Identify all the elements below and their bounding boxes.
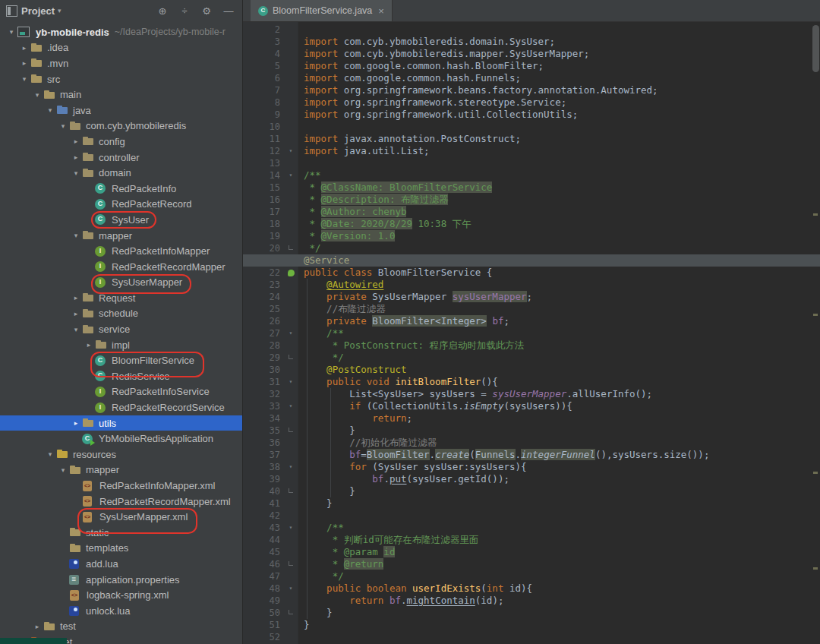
tree-item-content: SysUserMapper.xml <box>82 511 190 523</box>
locate-icon[interactable]: ⊕ <box>153 5 172 17</box>
tree-item-redpacketinfomapper[interactable]: RedPacketInfoMapper <box>0 243 242 259</box>
expand-arrow-icon[interactable]: ▸ <box>70 294 82 301</box>
tree-item-ybmobileredisapplication[interactable]: YbMobileRedisApplication <box>0 431 242 447</box>
tree-item-test[interactable]: ▸test <box>0 619 242 635</box>
tree-item-label: schedule <box>99 308 138 319</box>
tree-item-mapper[interactable]: ▾mapper <box>0 462 242 478</box>
tree-item-com.cyb.ybmobileredis[interactable]: ▾com.cyb.ybmobileredis <box>0 118 242 134</box>
gutter-cell: 24 <box>243 291 298 303</box>
tree-item-redpacketinfoservice[interactable]: RedPacketInfoService <box>0 384 242 400</box>
tree-item-unlock.lua[interactable]: unlock.lua <box>0 603 242 619</box>
expand-arrow-icon[interactable]: ▸ <box>31 623 43 630</box>
tree-item-impl[interactable]: ▸impl <box>0 337 242 353</box>
collapse-arrow-icon[interactable]: ▾ <box>44 106 56 114</box>
code-token <box>304 582 326 594</box>
tree-item-redisservice[interactable]: RedisService <box>0 368 242 384</box>
tree-item-request[interactable]: ▸Request <box>0 290 242 306</box>
expand-arrow-icon[interactable]: ▸ <box>70 310 82 317</box>
code-token <box>304 412 372 424</box>
tree-item-static[interactable]: static <box>0 525 242 541</box>
collapse-arrow-icon[interactable]: ▾ <box>70 169 82 177</box>
tree-item-src[interactable]: ▾src <box>0 71 242 87</box>
fold-end-icon[interactable] <box>284 610 298 617</box>
tree-item-utils[interactable]: ▸utils <box>0 415 242 431</box>
tree-item-domain[interactable]: ▾domain <box>0 165 242 181</box>
fold-collapse-icon[interactable] <box>284 145 298 157</box>
chevron-down-icon[interactable]: ▾ <box>58 7 62 14</box>
line-number: 10 <box>243 121 284 133</box>
line-number: 19 <box>243 230 284 242</box>
close-icon[interactable]: × <box>378 5 384 17</box>
tree-item-.idea[interactable]: ▸.idea <box>0 40 242 56</box>
tree-item-redpacketrecordservice[interactable]: RedPacketRecordService <box>0 399 242 415</box>
code-editor[interactable]: 23import com.cyb.ybmobileredis.domain.Sy… <box>243 22 820 644</box>
spring-bean-icon[interactable] <box>284 270 298 276</box>
code-token: integerFunnel <box>521 449 595 460</box>
folder-res-icon <box>56 448 68 460</box>
expand-arrow-icon[interactable]: ▸ <box>70 137 82 145</box>
tree-item-add.lua[interactable]: add.lua <box>0 556 242 572</box>
hide-panel-icon[interactable]: — <box>219 5 238 17</box>
fold-end-icon[interactable] <box>284 245 298 252</box>
tree-item-redpacketrecordmapper.xml[interactable]: RedPacketRecordMapper.xml <box>0 494 242 510</box>
expand-arrow-icon[interactable]: ▸ <box>18 44 30 52</box>
tree-item-redpacketinfomapper.xml[interactable]: RedPacketInfoMapper.xml <box>0 478 242 494</box>
scrollbar-thumb[interactable] <box>812 25 819 72</box>
tree-item-yb-mobile-redis[interactable]: ▾yb-mobile-redis~/IdeaProjects/yb-mobile… <box>0 24 242 40</box>
tree-item-java[interactable]: ▾java <box>0 103 242 118</box>
expand-arrow-icon[interactable]: ▸ <box>18 59 30 67</box>
collapse-arrow-icon[interactable]: ▾ <box>57 122 69 130</box>
tree-item-mapper[interactable]: ▾mapper <box>0 228 242 244</box>
collapse-all-icon[interactable]: ÷ <box>175 5 194 17</box>
fold-collapse-icon[interactable] <box>284 522 298 534</box>
fold-end-icon[interactable] <box>284 355 298 361</box>
fold-collapse-icon[interactable] <box>284 327 298 339</box>
fold-end-icon[interactable] <box>284 428 298 434</box>
tree-item-sysusermapper[interactable]: SysUserMapper <box>0 275 242 291</box>
collapse-arrow-icon[interactable]: ▾ <box>44 450 56 458</box>
tree-item-.mvn[interactable]: ▸.mvn <box>0 55 242 71</box>
collapse-arrow-icon[interactable]: ▾ <box>5 28 17 36</box>
tree-item-bloomfilterservice[interactable]: BloomFilterService <box>0 352 242 368</box>
expand-arrow-icon[interactable]: ▸ <box>83 341 95 349</box>
collapse-arrow-icon[interactable]: ▾ <box>70 232 82 239</box>
tree-item-controller[interactable]: ▸controller <box>0 150 242 166</box>
fold-collapse-icon[interactable] <box>284 376 298 388</box>
tab-bloomfilterservice-java[interactable]: BloomFilterService.java × <box>251 0 393 21</box>
collapse-arrow-icon[interactable]: ▾ <box>57 466 69 474</box>
tree-item-sysusermapper.xml[interactable]: SysUserMapper.xml <box>0 509 242 525</box>
tree-item-schedule[interactable]: ▸schedule <box>0 306 242 322</box>
tree-item-logback-spring.xml[interactable]: logback-spring.xml <box>0 587 242 603</box>
project-panel-title[interactable]: Project <box>21 5 55 17</box>
fold-end-icon[interactable] <box>284 488 298 495</box>
editor-scrollbar[interactable] <box>811 24 819 644</box>
code-token: /** <box>326 327 344 339</box>
tree-item-main[interactable]: ▾main <box>0 87 242 103</box>
line-number: 47 <box>243 570 284 582</box>
tree-item-templates[interactable]: templates <box>0 541 242 557</box>
code-token: @Date: 2020/8/29 <box>321 218 412 229</box>
fold-collapse-icon[interactable] <box>284 582 298 595</box>
tree-item-redpacketrecordmapper[interactable]: RedPacketRecordMapper <box>0 259 242 275</box>
fold-end-icon[interactable] <box>284 561 298 568</box>
fold-collapse-icon[interactable] <box>284 400 298 412</box>
tree-item-service[interactable]: ▾service <box>0 321 242 337</box>
collapse-arrow-icon[interactable]: ▾ <box>31 91 43 99</box>
tree-item-redpacketinfo[interactable]: RedPacketInfo <box>0 181 242 197</box>
tree-item-sysuser[interactable]: SysUser <box>0 212 242 228</box>
gear-icon[interactable]: ⚙ <box>197 5 216 17</box>
fold-collapse-icon[interactable] <box>284 169 298 182</box>
expand-arrow-icon[interactable]: ▸ <box>70 419 82 427</box>
tree-item-resources[interactable]: ▾resources <box>0 447 242 462</box>
code-text: public void initBloomFilter(){ <box>298 376 498 388</box>
tree-item-redpacketrecord[interactable]: RedPacketRecord <box>0 197 242 213</box>
fold-collapse-icon[interactable] <box>284 461 298 473</box>
code-token: (sysUser.getId()); <box>406 473 509 485</box>
expand-arrow-icon[interactable]: ▸ <box>70 153 82 161</box>
tree-item-path: ~/IdeaProjects/yb-mobile-r <box>115 27 226 37</box>
tree-item-application.properties[interactable]: application.properties <box>0 572 242 588</box>
tree-item-config[interactable]: ▸config <box>0 134 242 150</box>
collapse-arrow-icon[interactable]: ▾ <box>70 326 82 333</box>
collapse-arrow-icon[interactable]: ▾ <box>18 75 30 83</box>
code-line-5: 5import com.google.common.hash.BloomFilt… <box>243 60 820 72</box>
